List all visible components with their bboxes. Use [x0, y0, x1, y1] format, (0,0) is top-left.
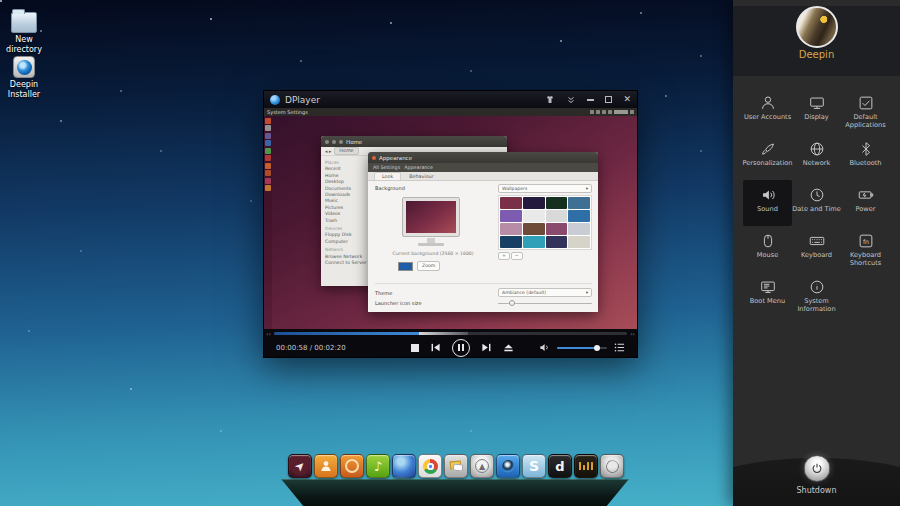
rocket-icon[interactable]: ➤	[288, 454, 312, 478]
theme-label: Theme	[375, 290, 392, 296]
gold-segments-app-icon[interactable]	[574, 454, 598, 478]
skin-shirt-icon[interactable]	[545, 95, 555, 105]
wallpapers-dropdown: Wallpapers▾	[498, 184, 592, 193]
sidebar-item-mouse[interactable]: Mouse	[743, 226, 792, 272]
personalization-icon	[759, 139, 777, 158]
control-center-icon[interactable]	[600, 454, 624, 478]
video-frame[interactable]: System Settings Home ◂ ▸ Home P	[264, 108, 637, 331]
titlebar[interactable]: DPlayer ✕	[264, 91, 637, 108]
monitor-preview	[402, 197, 460, 237]
monitor-base	[418, 243, 444, 246]
sidebar-item-keyboard-shortcuts[interactable]: fn Keyboard Shortcuts	[841, 226, 890, 272]
color-swatch	[265, 118, 271, 124]
seek-back-arrows[interactable]: ‹‹	[266, 330, 271, 337]
launcher-size-label: Launcher icon size	[375, 300, 421, 306]
music-note-icon[interactable]: ♪	[366, 454, 390, 478]
sidebar-item-display[interactable]: Display	[792, 88, 841, 134]
settings-nav: All Settings Appearance	[368, 163, 598, 172]
previous-button[interactable]	[430, 338, 441, 357]
sidebar-item-sound[interactable]: Sound	[743, 180, 792, 226]
ubuntu-menu-title: System Settings	[267, 109, 590, 115]
minimize-icon[interactable]	[587, 99, 594, 101]
color-swatch	[500, 210, 522, 222]
chrome-icon[interactable]	[418, 454, 442, 478]
window-dot-icon	[325, 140, 329, 144]
user-accounts-icon	[759, 93, 777, 112]
files-window-title: Home	[346, 139, 362, 145]
dock: ➤ ♪ ▲ S d	[288, 454, 624, 478]
sidebar-item-default-applications[interactable]: Default Applications	[841, 88, 890, 134]
progress-bar[interactable]	[274, 332, 627, 335]
user-section: Deepin	[733, 6, 900, 76]
info-icon	[808, 277, 826, 296]
sidebar-item-user-accounts[interactable]: User Accounts	[743, 88, 792, 134]
sidebar-item-network[interactable]: Network	[792, 134, 841, 180]
color-swatch	[265, 133, 271, 139]
shutdown-button[interactable]	[803, 455, 830, 482]
nav-all-settings: All Settings	[373, 165, 400, 170]
nav-appearance: Appearance	[404, 165, 433, 170]
desktop-icon-deepin-installer[interactable]: Deepin Installer	[0, 56, 48, 100]
eject-button[interactable]	[503, 338, 514, 357]
sidebar-item-boot-menu[interactable]: Boot Menu	[743, 272, 792, 318]
stop-button[interactable]	[411, 344, 419, 352]
tab-look: Look	[374, 172, 401, 180]
add-wallpaper-button: +	[498, 252, 510, 260]
deepin-music-icon[interactable]: d	[548, 454, 572, 478]
desktop-icon-label: New directory	[0, 35, 48, 55]
app-store-icon[interactable]: ▲	[470, 454, 494, 478]
chevron-double-down-icon[interactable]	[566, 95, 576, 105]
sidebar-item-power[interactable]: Power	[841, 180, 890, 226]
sidebar-item-keyboard[interactable]: Keyboard	[792, 226, 841, 272]
ubuntu-launcher	[264, 116, 272, 331]
close-icon[interactable]: ✕	[623, 95, 631, 104]
maximize-icon[interactable]	[605, 96, 612, 103]
battery-icon	[857, 185, 875, 204]
camera-lens-icon[interactable]	[496, 454, 520, 478]
back-icon: ◂ ▸	[325, 149, 331, 154]
playlist-icon[interactable]	[614, 338, 625, 357]
color-swatch	[265, 125, 271, 131]
ubuntu-top-panel: System Settings	[264, 108, 637, 116]
dplayer-app-icon	[270, 95, 280, 105]
sidebar-item-personalization[interactable]: Personalization	[743, 134, 792, 180]
clock-icon	[808, 185, 826, 204]
software-center-icon[interactable]: S	[522, 454, 546, 478]
progress-fill	[274, 332, 419, 335]
files-sidebar-item: Connect to Server	[325, 260, 372, 266]
bluetooth-icon	[857, 139, 875, 158]
next-button[interactable]	[481, 338, 492, 357]
theme-dropdown: Ambiance (default)▾	[498, 288, 592, 297]
volume-slider[interactable]	[557, 344, 607, 352]
files-sidebar-item: Computer	[325, 239, 372, 245]
appearance-tabs: Look Behaviour	[368, 172, 598, 181]
user-app-icon[interactable]	[314, 454, 338, 478]
sidebar-item-bluetooth[interactable]: Bluetooth	[841, 134, 890, 180]
color-swatch	[398, 262, 413, 271]
dplayer-window: DPlayer ✕ System Settings	[263, 90, 638, 358]
seek-forward-arrows[interactable]: ››	[630, 330, 635, 337]
dock-shelf	[270, 479, 640, 506]
photos-icon[interactable]	[444, 454, 468, 478]
sound-icon	[759, 185, 777, 204]
pause-button[interactable]	[452, 339, 470, 357]
sidebar-item-date-and-time[interactable]: Date and Time	[792, 180, 841, 226]
window-title: DPlayer	[285, 95, 545, 105]
color-swatch	[546, 197, 568, 209]
window-dot-icon	[332, 140, 336, 144]
ubuntu-indicators	[590, 110, 634, 114]
tab-behaviour: Behaviour	[402, 173, 440, 180]
color-swatch	[523, 223, 545, 235]
game-center-icon[interactable]	[340, 454, 364, 478]
color-swatch	[523, 210, 545, 222]
desktop-icon-new-directory[interactable]: New directory	[0, 12, 48, 55]
globe-browser-icon[interactable]	[392, 454, 416, 478]
volume-icon[interactable]	[539, 338, 550, 357]
default-applications-icon	[857, 93, 875, 112]
user-avatar[interactable]	[796, 6, 838, 48]
desktop-icon-label: Deepin Installer	[0, 80, 48, 100]
color-swatch	[568, 197, 590, 209]
sidebar-item-system-information[interactable]: System Information	[792, 272, 841, 318]
color-swatch	[546, 223, 568, 235]
color-swatch	[265, 148, 271, 154]
